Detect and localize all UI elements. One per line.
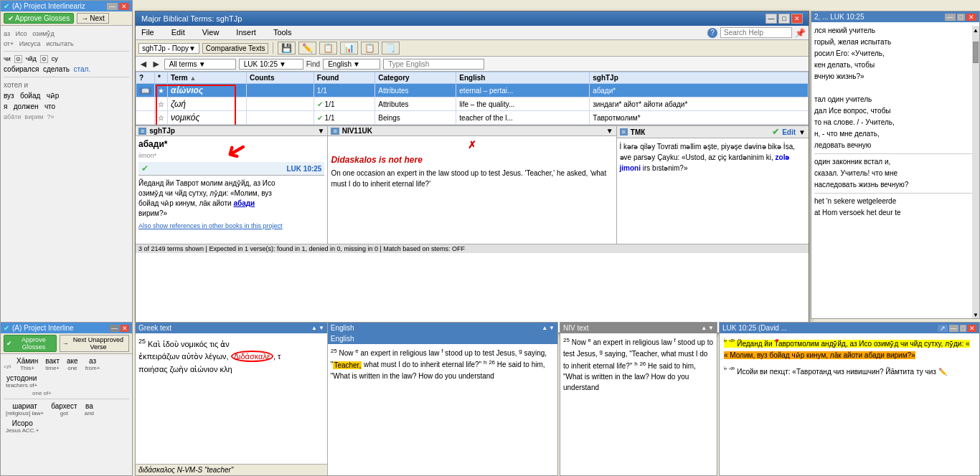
right-panel: 2, ... LUK 10:25 — □ ✕ лся некий учитель… (811, 11, 980, 319)
word-item: аке one (67, 357, 78, 371)
right-scroll-down[interactable]: ▼ (973, 312, 979, 318)
niv-scroll-down[interactable]: ▼ (606, 127, 613, 135)
right-panel-title: 2, ... LUK 10:25 — □ ✕ (811, 11, 979, 22)
toolbar-btn-2[interactable]: ✏️ (298, 42, 316, 54)
menu-tools[interactable]: Tools (270, 27, 295, 38)
minimize-icon[interactable]: — (107, 3, 118, 10)
br-scroll-up[interactable]: ▲ (701, 325, 707, 331)
menu-view[interactable]: View (199, 27, 222, 38)
menu-edit[interactable]: Edit (169, 27, 188, 38)
all-terms-dropdown[interactable]: All terms ▼ (164, 59, 236, 70)
cell-star-3[interactable]: ☆ (155, 111, 168, 125)
cell-sghtjp-3: Тавротмолим* (590, 111, 809, 125)
bl-approve-button[interactable]: ✔ Approve Glosses (4, 335, 57, 352)
right-close-icon[interactable]: ✕ (966, 14, 976, 21)
nav-forward-button[interactable]: ► (151, 58, 161, 70)
toolbar-btn-3[interactable]: 📋 (319, 42, 337, 54)
panel-niv-content: ✗ Didaskalos is not here On one occasion… (328, 136, 616, 240)
cell-star-2[interactable]: ☆ (155, 97, 168, 111)
bottom-mid-panel: Greek text ▲ ▼ 25 Καὶ ἰδοὺ νομικός τις ἀ… (135, 322, 558, 476)
table-row[interactable]: ☆ νομικός ✔ 1/1 Beings teacher of the l.… (136, 111, 809, 125)
search-help-input[interactable] (720, 27, 792, 38)
bl-close[interactable]: ✕ (121, 325, 129, 332)
type-english-input[interactable] (383, 59, 484, 70)
fr-maximize[interactable]: □ (960, 325, 966, 332)
verse-ref-text: LUK 10:25 (287, 165, 322, 173)
minimize-button[interactable]: — (765, 14, 777, 24)
tmk-scroll-down[interactable]: ▼ (798, 128, 806, 136)
col-english[interactable]: English (456, 72, 590, 84)
ref-dropdown-icon: ▼ (279, 60, 286, 68)
english-text-content: 25 Now e an expert in religious law f st… (328, 344, 557, 475)
cell-star-1[interactable]: ★ (155, 84, 168, 97)
find-lang-dropdown-icon: ▼ (353, 60, 360, 68)
check-icon-3: ✔ (317, 114, 323, 122)
approve-glosses-button[interactable]: ✔ Approve Glosses (4, 13, 74, 24)
close-icon-left[interactable]: ✕ (119, 3, 129, 10)
cell-found-2: ✔ 1/1 (314, 97, 374, 111)
cell-q-3 (136, 111, 155, 125)
pin-icon[interactable]: 📌 (795, 28, 806, 38)
col-sghtjp[interactable]: sghTJp (590, 72, 809, 84)
word-item: бархест got (51, 402, 77, 416)
word-item: Хāмин This+ (17, 357, 38, 371)
en-scroll-down[interactable]: ▼ (549, 325, 555, 331)
table-row[interactable]: 📖 ★ αἰώνιος 1/1 Attributes eternal – per… (136, 84, 809, 97)
panel-niv-icon: ≡ (331, 128, 339, 135)
expand-icon[interactable]: ↗ (938, 325, 948, 332)
greek-scroll-up[interactable]: ▲ (311, 325, 317, 331)
arrow-next-icon: → (81, 14, 88, 22)
right-scroll-up[interactable]: ▲ (973, 27, 979, 34)
mbt-toolbar: sghTJp - Пору ▼ Comparative Texts 💾 ✏️ 📋… (136, 40, 809, 57)
sghtjp-scroll-down[interactable]: ▼ (318, 127, 325, 135)
cell-counts-2 (247, 97, 314, 111)
didaskalos-circled: Διδάσκαλε (231, 351, 273, 362)
show-refs-link[interactable]: Also show references in other books in t… (138, 222, 283, 229)
fr-close[interactable]: ✕ (968, 325, 976, 332)
maximize-button[interactable]: □ (778, 14, 790, 24)
cell-term-3[interactable]: νομικός (168, 111, 247, 125)
win-controls: — □ ✕ (765, 14, 803, 24)
right-maximize-icon[interactable]: □ (957, 14, 965, 21)
greek-scroll-down[interactable]: ▼ (319, 325, 324, 331)
col-term[interactable]: Term ▲ (168, 72, 247, 84)
panel-niv-header: ≡ NIV11UK ▼ (328, 126, 616, 136)
menu-insert[interactable]: Insert (233, 27, 259, 38)
toolbar-btn-4[interactable]: 📊 (340, 42, 358, 54)
greek-panel-header: Greek text ▲ ▼ (136, 323, 327, 333)
toolbar-btn-5[interactable]: 📋 (361, 42, 379, 54)
word-item: вакт time+ (45, 357, 60, 371)
project-dropdown[interactable]: sghTJp - Пору ▼ (138, 43, 199, 54)
bl-toolbar: ✔ Approve Glosses → Next Unapproved Vers… (1, 333, 132, 354)
en-scroll-up[interactable]: ▲ (542, 325, 547, 331)
panel-sghtjp-content: абади* iimon* ✔ LUK 10:25 Йеданд йи Тавр… (136, 136, 327, 240)
br-content: 25 Now e an expert in religious law f st… (560, 333, 717, 396)
col-category[interactable]: Category (375, 72, 456, 84)
comparative-texts-button[interactable]: Comparative Texts (202, 43, 269, 54)
bottom-panels: ≡ sghTJp ▼ абади* iimon* ✔ LUK 10:25 Йед… (136, 125, 809, 244)
word-item: аз from+ (85, 357, 100, 371)
tajik-verse2: ⁱᵖ ᵛ²⁶ Исойи ви пехцт: «Тавротанд чиз ни… (724, 366, 975, 378)
bl-minimize[interactable]: — (110, 325, 119, 332)
table-row[interactable]: ☆ ζωή ✔ 1/1 Attributes life – the qualit… (136, 97, 809, 111)
col-counts[interactable]: Counts (247, 72, 314, 84)
menu-file[interactable]: File (138, 27, 157, 38)
cell-term-1[interactable]: αἰώνιος (168, 84, 247, 97)
bl-next-button[interactable]: → Next Unapproved Verse (60, 335, 129, 352)
nav-back-button[interactable]: ◄ (138, 58, 149, 70)
cell-term-2[interactable]: ζωή (168, 97, 247, 111)
ref-dropdown[interactable]: LUK 10:25 ▼ (239, 59, 303, 70)
tmk-edit-btn[interactable]: Edit (782, 128, 796, 136)
toolbar-btn-6[interactable]: 🗒️ (382, 42, 400, 54)
far-right-title: LUK 10:25 (David ... ↗ — □ ✕ (720, 323, 979, 333)
find-lang-dropdown[interactable]: English ▼ (323, 59, 380, 70)
close-button[interactable]: ✕ (791, 14, 803, 24)
next-button[interactable]: → Next (77, 13, 109, 24)
cell-counts-3 (247, 111, 314, 125)
right-minimize-icon[interactable]: — (945, 14, 956, 21)
col-found[interactable]: Found (314, 72, 374, 84)
toolbar-btn-1[interactable]: 💾 (278, 42, 296, 54)
fr-minimize[interactable]: — (949, 325, 958, 332)
check-icon: ✔ (4, 2, 9, 10)
br-scroll-down[interactable]: ▼ (708, 325, 714, 331)
